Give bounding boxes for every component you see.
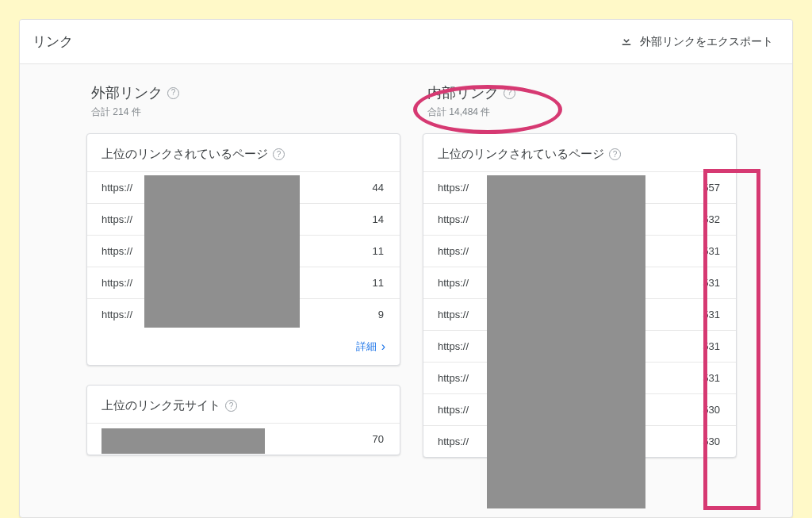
help-icon[interactable]: ?	[609, 148, 621, 160]
link-count: 531	[667, 267, 736, 299]
link-count: 557	[667, 172, 736, 204]
page-panel: リンク 外部リンクをエクスポート 外部リンク ? 合計 214 件 上位のリンク…	[19, 19, 793, 518]
more-button[interactable]: 詳細 ›	[87, 330, 400, 365]
redaction-mask	[102, 428, 265, 454]
internal-section-head: 内部リンク ? 合計 14,484 件	[423, 83, 737, 119]
link-count: 11	[331, 236, 400, 267]
card-title: 上位のリンクされているページ ?	[87, 134, 400, 171]
external-top-sites-card: 上位のリンク元サイト ? 70	[86, 385, 400, 455]
help-icon[interactable]: ?	[225, 400, 237, 412]
link-count: 531	[667, 331, 736, 363]
content: 外部リンク ? 合計 214 件 上位のリンクされているページ ? https:…	[20, 64, 792, 517]
export-label: 外部リンクをエクスポート	[640, 35, 773, 49]
link-count: 532	[667, 204, 736, 236]
link-count: 530	[667, 426, 736, 458]
redaction-mask	[144, 175, 300, 328]
external-heading-text: 外部リンク	[91, 83, 163, 102]
internal-heading: 内部リンク ?	[427, 83, 515, 102]
link-count: 44	[331, 172, 400, 204]
card-title: 上位のリンクされているページ ?	[423, 134, 736, 171]
link-count: 14	[331, 204, 400, 236]
link-count: 11	[331, 267, 400, 299]
redaction-mask	[487, 175, 645, 508]
internal-total: 合計 14,484 件	[427, 106, 737, 119]
card-title-text: 上位のリンクされているページ	[102, 147, 268, 162]
external-top-linked-card: 上位のリンクされているページ ? https://44 https://14 h…	[86, 133, 400, 366]
help-icon[interactable]: ?	[167, 87, 179, 99]
card-title-text: 上位のリンク元サイト	[102, 398, 220, 413]
link-count: 531	[667, 363, 736, 394]
link-count: 531	[667, 299, 736, 331]
link-count: 531	[667, 236, 736, 267]
internal-column: 内部リンク ? 合計 14,484 件 上位のリンクされているページ ? htt…	[423, 83, 737, 517]
download-icon	[619, 33, 634, 50]
more-label: 詳細	[356, 340, 377, 354]
internal-heading-text: 内部リンク	[427, 83, 499, 102]
external-heading: 外部リンク ?	[91, 83, 179, 102]
link-count: 9	[331, 299, 400, 331]
link-count: 530	[667, 394, 736, 426]
topbar: リンク 外部リンクをエクスポート	[20, 20, 792, 64]
internal-top-linked-card: 上位のリンクされているページ ? https://557 https://532…	[423, 133, 737, 458]
help-icon[interactable]: ?	[504, 87, 515, 99]
card-title-text: 上位のリンクされているページ	[438, 147, 604, 162]
external-total: 合計 214 件	[91, 106, 400, 119]
export-button[interactable]: 外部リンクをエクスポート	[619, 33, 773, 50]
chevron-right-icon: ›	[381, 340, 385, 353]
page-title: リンク	[33, 33, 73, 51]
help-icon[interactable]: ?	[273, 148, 285, 160]
card-title: 上位のリンク元サイト ?	[87, 386, 400, 423]
external-column: 外部リンク ? 合計 214 件 上位のリンクされているページ ? https:…	[86, 83, 400, 517]
external-section-head: 外部リンク ? 合計 214 件	[86, 83, 400, 119]
site-count: 70	[331, 424, 400, 455]
